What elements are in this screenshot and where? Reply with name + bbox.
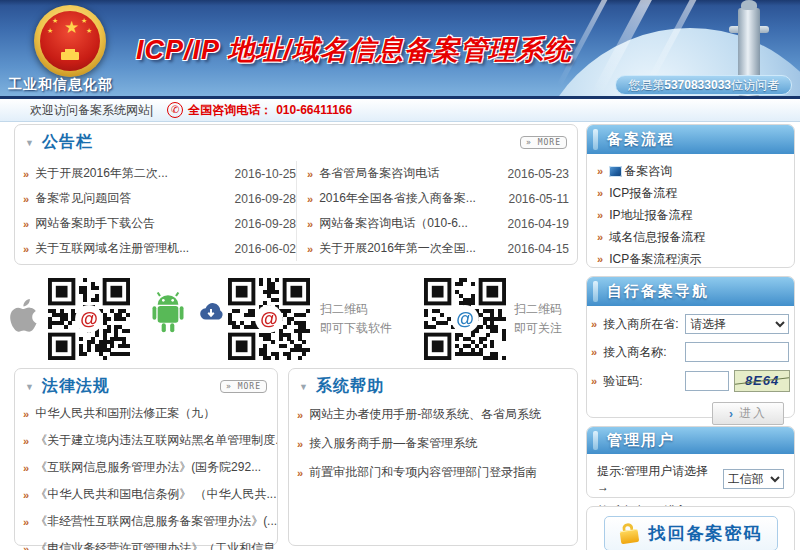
visitor-count: 5370833033 bbox=[664, 78, 731, 92]
law-item[interactable]: » 《中华人民共和国电信条例》 （中华人民共... bbox=[15, 481, 277, 508]
process-item-domain[interactable]: » 域名信息报备流程 bbox=[587, 226, 794, 248]
enter-button[interactable]: › 进入 bbox=[712, 402, 784, 425]
filing-process-panel: 备案流程 » 备案咨询 » ICP报备流程 » IP地址报备流程 » 域名信息报… bbox=[586, 124, 795, 268]
announcement-item: » 关于开展2016年第一次全国... 2016-04-15 bbox=[307, 236, 569, 261]
site-title: ICP/IP 地址/域名信息备案管理系统 bbox=[136, 32, 572, 68]
isp-name-input[interactable] bbox=[685, 342, 789, 362]
captcha-label: 验证码: bbox=[603, 373, 685, 390]
filing-process-header: 备案流程 bbox=[587, 125, 794, 154]
captcha-input[interactable] bbox=[685, 371, 729, 391]
hotline-label: 全国咨询电话： bbox=[188, 102, 272, 119]
laws-title: 法律法规 bbox=[42, 376, 110, 397]
bullet-arrow-icon: » bbox=[307, 193, 313, 205]
province-select[interactable]: 请选择 bbox=[685, 314, 789, 334]
announcement-link[interactable]: 关于开展2016年第二次... bbox=[35, 165, 228, 182]
recover-password-panel: 找回备案密码 bbox=[586, 506, 795, 550]
qr-caption-line: 即可下载软件 bbox=[320, 319, 392, 338]
bullet-arrow-icon: » bbox=[591, 346, 597, 358]
laws-header: ▼ 法律法规 » MORE bbox=[15, 369, 277, 400]
header-banner: ★ ★ ★ ★ ★ 工业和信息化部 ICP/IP 地址/域名信息备案管理系统 您… bbox=[0, 0, 800, 99]
process-item-icp[interactable]: » ICP报备流程 bbox=[587, 182, 794, 204]
announcement-link[interactable]: 备案常见问题回答 bbox=[35, 190, 228, 207]
qr-caption-follow: 扫二维码 即可关注 bbox=[514, 300, 562, 338]
apple-icon bbox=[8, 296, 42, 336]
law-item[interactable]: » 《关于建立境内违法互联网站黑名单管理制度... bbox=[15, 427, 277, 454]
law-item-text: 《中华人民共和国电信条例》 （中华人民共... bbox=[35, 486, 276, 503]
process-item-consult[interactable]: » 备案咨询 bbox=[587, 160, 794, 182]
province-row: » 接入商所在省: 请选择 bbox=[591, 314, 790, 334]
bullet-arrow-icon: » bbox=[597, 187, 603, 199]
self-filing-header: 自行备案导航 bbox=[587, 277, 794, 306]
self-filing-title: 自行备案导航 bbox=[607, 282, 709, 301]
collapse-triangle-icon: ▼ bbox=[299, 382, 308, 392]
bullet-arrow-icon: » bbox=[597, 209, 603, 221]
help-item[interactable]: » 接入服务商手册—备案管理系统 bbox=[289, 429, 577, 458]
star-icon: ★ bbox=[86, 27, 92, 34]
bullet-arrow-icon: » bbox=[297, 467, 303, 479]
announcement-item: » 网站备案咨询电话（010-6... 2016-04-19 bbox=[307, 211, 569, 236]
announcements-left-column: » 关于开展2016年第二次... 2016-10-25 » 备案常见问题回答 … bbox=[23, 161, 296, 261]
admin-hint-row: 提示:管理用户请选择→ 工信部 bbox=[597, 463, 784, 494]
announcement-item: » 备案常见问题回答 2016-09-28 bbox=[23, 186, 296, 211]
announcement-link[interactable]: 关于开展2016年第一次全国... bbox=[319, 240, 501, 257]
bullet-arrow-icon: » bbox=[23, 218, 29, 230]
help-item[interactable]: » 前置审批部门和专项内容管理部门登录指南 bbox=[289, 458, 577, 487]
announcement-date: 2016-04-19 bbox=[508, 217, 569, 231]
bullet-arrow-icon: » bbox=[23, 408, 29, 420]
laws-panel: ▼ 法律法规 » MORE » 中华人民共和国刑法修正案（九） » 《关于建立境… bbox=[14, 368, 278, 546]
star-icon: ★ bbox=[64, 19, 79, 36]
visitor-suffix: 位访问者 bbox=[731, 78, 779, 92]
process-item-text: IP地址报备流程 bbox=[609, 207, 692, 224]
bullet-arrow-icon: » bbox=[23, 489, 29, 501]
law-item-text: 《电信业务经营许可管理办法》（工业和信息... bbox=[35, 540, 277, 550]
help-item[interactable]: » 网站主办者使用手册-部级系统、各省局系统 bbox=[289, 400, 577, 429]
bullet-arrow-icon: » bbox=[23, 543, 29, 550]
announcement-link[interactable]: 网站备案助手下载公告 bbox=[35, 215, 228, 232]
law-item-text: 《互联网信息服务管理办法》(国务院292... bbox=[35, 459, 261, 476]
filing-process-title: 备案流程 bbox=[607, 130, 675, 149]
bullet-arrow-icon: » bbox=[597, 231, 603, 243]
admin-hint-text: 提示:管理用户请选择→ bbox=[597, 463, 719, 494]
law-item[interactable]: » 中华人民共和国刑法修正案（九） bbox=[15, 400, 277, 427]
enter-arrow-icon: › bbox=[729, 407, 735, 421]
help-item-text: 接入服务商手册—备案管理系统 bbox=[309, 435, 477, 452]
help-title: 系统帮助 bbox=[316, 376, 384, 397]
welcome-text: 欢迎访问备案系统网站| bbox=[30, 102, 153, 119]
announcement-date: 2016-05-11 bbox=[509, 192, 570, 206]
process-item-ip[interactable]: » IP地址报备流程 bbox=[587, 204, 794, 226]
announcement-link[interactable]: 各省管局备案咨询电话 bbox=[319, 165, 501, 182]
announcements-panel: ▼ 公告栏 » MORE » 关于开展2016年第二次... 2016-10-2… bbox=[14, 124, 578, 265]
star-icon: ★ bbox=[52, 17, 58, 24]
process-item-text: ICP备案流程演示 bbox=[609, 251, 701, 268]
bullet-arrow-icon: » bbox=[307, 243, 313, 255]
announcement-link[interactable]: 网站备案咨询电话（010-6... bbox=[319, 215, 501, 232]
bullet-arrow-icon: » bbox=[591, 318, 597, 330]
process-item-text: 域名信息报备流程 bbox=[609, 229, 705, 246]
law-item[interactable]: » 《电信业务经营许可管理办法》（工业和信息... bbox=[15, 535, 277, 550]
recover-password-label: 找回备案密码 bbox=[649, 522, 763, 545]
law-item[interactable]: » 《互联网信息服务管理办法》(国务院292... bbox=[15, 454, 277, 481]
laws-more-button[interactable]: » MORE bbox=[220, 380, 267, 393]
hotline-number: 010-66411166 bbox=[276, 103, 352, 117]
help-item-text: 前置审批部门和专项内容管理部门登录指南 bbox=[309, 464, 537, 481]
bullet-arrow-icon: » bbox=[307, 168, 313, 180]
captcha-image[interactable]: 8E64 bbox=[734, 370, 790, 392]
monument-statue bbox=[741, 0, 757, 10]
bullet-arrow-icon: » bbox=[23, 435, 29, 447]
qr-caption-download: 扫二维码 即可下载软件 bbox=[320, 300, 392, 338]
announcements-more-button[interactable]: » MORE bbox=[520, 136, 567, 149]
process-item-text: 备案咨询 bbox=[624, 163, 672, 180]
consult-icon bbox=[609, 166, 622, 177]
bullet-arrow-icon: » bbox=[23, 516, 29, 528]
law-item[interactable]: » 《非经营性互联网信息服务备案管理办法》(... bbox=[15, 508, 277, 535]
announcement-link[interactable]: 关于互联网域名注册管理机... bbox=[35, 240, 228, 257]
bullet-arrow-icon: » bbox=[23, 462, 29, 474]
qr-caption-line: 即可关注 bbox=[514, 319, 562, 338]
emblem-inner: ★ ★ ★ ★ ★ bbox=[40, 11, 100, 71]
announcement-link[interactable]: 2016年全国各省接入商备案... bbox=[319, 190, 502, 207]
recover-password-button[interactable]: 找回备案密码 bbox=[604, 516, 778, 550]
law-item-text: 中华人民共和国刑法修正案（九） bbox=[35, 405, 215, 422]
enter-button-label: 进入 bbox=[739, 405, 767, 422]
admin-user-select[interactable]: 工信部 bbox=[723, 469, 784, 489]
process-item-demo[interactable]: » ICP备案流程演示 bbox=[587, 248, 794, 270]
